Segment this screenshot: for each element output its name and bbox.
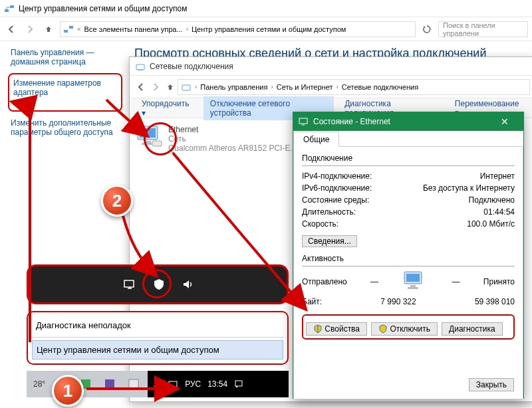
crumb3[interactable]: Сетевые подключения xyxy=(342,83,418,91)
close-button[interactable]: Закрыть xyxy=(469,378,514,391)
crumb2[interactable]: Сеть и Интернет xyxy=(277,83,333,91)
svg-rect-20 xyxy=(129,379,138,389)
control-panel-home-link[interactable]: Панель управления —домашняя страница xyxy=(11,48,120,66)
svg-rect-13 xyxy=(406,274,420,282)
lbl-ipv6: IPv6-подключение: xyxy=(302,183,372,193)
bytes-sent: 7 990 322 xyxy=(322,297,475,306)
connection-network: Сеть xyxy=(168,134,297,144)
network-center-icon xyxy=(4,3,15,14)
highlight-network-tray-icon xyxy=(142,269,172,298)
refresh-button[interactable] xyxy=(420,22,434,37)
highlight-action-buttons: Свойства Отключить Диагностика xyxy=(302,314,515,340)
activity-icon xyxy=(402,270,428,293)
change-adapter-settings-link[interactable]: Изменение параметровадаптера xyxy=(13,78,117,97)
inner-title-text: Сетевые подключения xyxy=(150,62,233,71)
organize-button[interactable]: Упорядочить ▾ xyxy=(135,96,200,120)
up-button[interactable] xyxy=(41,22,56,37)
crumb-root[interactable]: Все элементы панели упра... xyxy=(84,25,183,33)
svg-rect-4 xyxy=(136,64,144,70)
svg-rect-14 xyxy=(410,285,416,287)
svg-rect-11 xyxy=(299,118,307,124)
lbl-duration: Длительность: xyxy=(302,207,356,217)
chevron-up-icon[interactable]: ︿ xyxy=(153,379,161,390)
lbl-media: Состояние среды: xyxy=(302,195,369,205)
group-connection-title: Подключение xyxy=(302,153,515,166)
crumb-leaf[interactable]: Центр управления сетями и общим доступом xyxy=(192,25,346,33)
search-input[interactable]: Поиск в панели управлени xyxy=(438,21,528,37)
taskbar-app-3-icon[interactable] xyxy=(102,377,117,391)
monitor-icon xyxy=(299,117,308,126)
forward-button[interactable] xyxy=(23,22,37,37)
clock[interactable]: 13:54 xyxy=(207,379,227,389)
connection-name: Ethernet xyxy=(168,125,297,134)
lbl-ipv4: IPv4-подключение: xyxy=(302,171,372,181)
svg-rect-15 xyxy=(408,287,418,289)
window-title: Центр управления сетями и общим доступом xyxy=(19,4,188,13)
close-icon[interactable]: ✕ xyxy=(491,116,518,127)
crumb1[interactable]: Панель управления xyxy=(200,83,267,91)
svg-rect-3 xyxy=(69,26,73,29)
svg-rect-19 xyxy=(105,379,114,389)
menu-network-center[interactable]: Центр управления сетями и общим доступом xyxy=(32,340,283,359)
val-duration: 01:44:54 xyxy=(483,207,515,217)
toolbar: « Все элементы панели упра... › Центр уп… xyxy=(0,17,532,41)
shield-icon xyxy=(313,324,323,334)
inner-breadcrumb[interactable]: › Панель управления › Сеть и Интернет › … xyxy=(178,79,530,95)
diagnose-button[interactable]: Диагностика xyxy=(442,322,503,336)
properties-button[interactable]: Свойства xyxy=(306,322,367,336)
search-placeholder: Поиск в панели управлени xyxy=(443,21,523,37)
shield-icon xyxy=(378,324,388,334)
bytes-label: Байт: xyxy=(302,297,322,306)
val-ipv6: Без доступа к Интернету xyxy=(423,183,515,193)
inner-up-button[interactable] xyxy=(163,80,178,94)
tray-context-menu: Диагностика неполадок Центр управления с… xyxy=(27,311,289,365)
network-tray-icon[interactable] xyxy=(122,276,138,292)
svg-rect-16 xyxy=(124,280,134,287)
highlight-ethernet-icon xyxy=(144,122,177,155)
svg-rect-5 xyxy=(182,85,190,90)
svg-rect-22 xyxy=(235,381,242,386)
notifications-icon[interactable] xyxy=(234,379,243,389)
lbl-speed: Скорость: xyxy=(302,219,338,229)
titlebar: Центр управления сетями и общим доступом xyxy=(0,0,532,17)
svg-rect-2 xyxy=(64,30,68,33)
group-activity-title: Активность xyxy=(302,254,515,266)
menu-troubleshoot[interactable]: Диагностика неполадок xyxy=(32,316,283,334)
disable-button[interactable]: Отключить xyxy=(371,322,438,336)
connection-device: Qualcomm Atheros AR8152 PCI-E... xyxy=(168,144,297,153)
inner-forward-button[interactable] xyxy=(148,80,163,94)
advanced-sharing-link[interactable]: Изменить дополнительныепараметры общего … xyxy=(11,118,120,137)
recv-label: Принято xyxy=(483,277,515,286)
back-button[interactable] xyxy=(4,22,19,37)
dialog-titlebar: Состояние - Ethernet ✕ xyxy=(293,112,523,131)
inner-back-button[interactable] xyxy=(134,80,148,94)
network-icon xyxy=(181,82,192,92)
val-media: Подключено xyxy=(469,195,515,205)
breadcrumb[interactable]: « Все элементы панели упра... › Центр уп… xyxy=(60,21,416,37)
val-speed: 100.0 Мбит/с xyxy=(467,219,515,229)
weather-widget[interactable]: 28° xyxy=(33,379,45,389)
network-center-icon xyxy=(63,24,74,35)
svg-rect-21 xyxy=(169,381,177,387)
highlight-adapter-settings: Изменение параметровадаптера xyxy=(8,73,122,112)
inner-titlebar: Сетевые подключения xyxy=(130,57,532,76)
val-ipv4: Интернет xyxy=(480,171,515,181)
language-indicator[interactable]: РУС xyxy=(185,379,201,389)
step-badge-1: 1 xyxy=(52,375,84,407)
network-icon xyxy=(135,61,146,72)
volume-tray-icon[interactable] xyxy=(180,276,196,292)
sent-label: Отправлено xyxy=(302,277,347,286)
step-badge-2: 2 xyxy=(101,185,133,217)
network-taskbar-icon[interactable] xyxy=(168,379,178,389)
ethernet-status-dialog: Состояние - Ethernet ✕ Общие Подключение… xyxy=(293,112,524,399)
bytes-recv: 59 398 010 xyxy=(475,297,515,306)
tab-general[interactable]: Общие xyxy=(293,132,339,147)
taskbar-app-4-icon[interactable] xyxy=(126,377,141,391)
svg-rect-0 xyxy=(5,9,9,12)
details-button[interactable]: Сведения... xyxy=(302,235,357,247)
dialog-title-text: Состояние - Ethernet xyxy=(313,117,390,126)
